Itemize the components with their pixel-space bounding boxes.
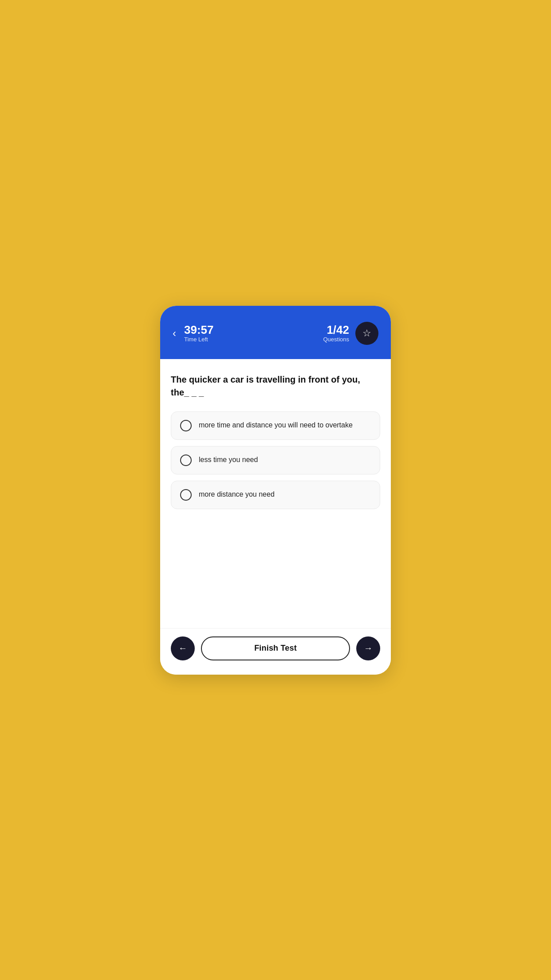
next-button[interactable]: → — [356, 636, 380, 660]
header-left: ‹ 39:57 Time Left — [173, 324, 214, 343]
question-count-value: 1/42 — [327, 324, 349, 336]
options-list: more time and distance you will need to … — [171, 411, 380, 509]
radio-c — [180, 489, 192, 501]
back-icon: ‹ — [173, 327, 176, 340]
option-a[interactable]: more time and distance you will need to … — [171, 411, 380, 440]
header-right: 1/42 Questions ☆ — [323, 322, 378, 345]
prev-button[interactable]: ← — [171, 636, 195, 660]
finish-test-button[interactable]: Finish Test — [201, 636, 350, 660]
radio-b — [180, 454, 192, 466]
question-text: The quicker a car is travelling in front… — [171, 373, 380, 399]
quiz-footer: ← Finish Test → — [160, 628, 391, 675]
quiz-header: ‹ 39:57 Time Left 1/42 Questions ☆ — [160, 306, 391, 359]
phone-card: ‹ 39:57 Time Left 1/42 Questions ☆ The q… — [160, 306, 391, 675]
question-count-label: Questions — [323, 336, 349, 343]
star-icon: ☆ — [362, 328, 371, 339]
content-spacer — [171, 520, 380, 617]
option-b-text: less time you need — [199, 455, 258, 465]
quiz-content: The quicker a car is travelling in front… — [160, 359, 391, 628]
question-counter: 1/42 Questions — [323, 324, 349, 343]
timer-label: Time Left — [184, 336, 214, 343]
bookmark-button[interactable]: ☆ — [355, 322, 378, 345]
radio-a — [180, 420, 192, 431]
next-icon: → — [364, 643, 373, 653]
option-b[interactable]: less time you need — [171, 446, 380, 474]
option-c[interactable]: more distance you need — [171, 481, 380, 509]
option-c-text: more distance you need — [199, 490, 275, 499]
option-a-text: more time and distance you will need to … — [199, 420, 353, 430]
back-button[interactable]: ‹ — [173, 327, 176, 340]
prev-icon: ← — [178, 643, 187, 653]
timer-value: 39:57 — [184, 324, 214, 336]
timer-block: 39:57 Time Left — [184, 324, 214, 343]
